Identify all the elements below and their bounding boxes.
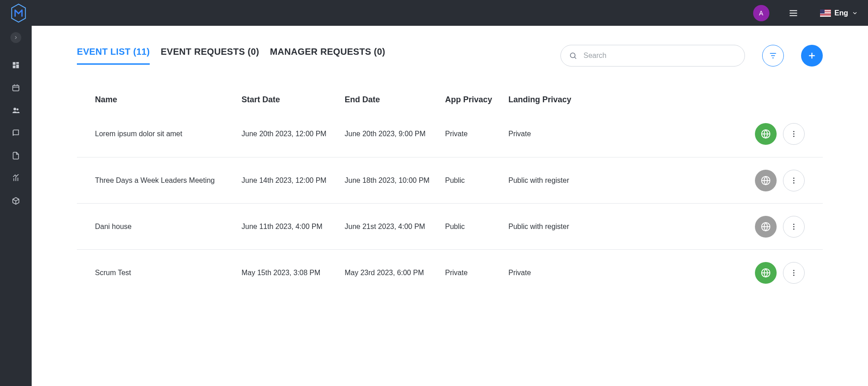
tabs-row: EVENT LIST (11) EVENT REQUESTS (0) MANAG… <box>77 45 823 67</box>
cell-landing-privacy: Private <box>508 130 608 138</box>
cell-end-date: May 23rd 2023, 6:00 PM <box>345 269 445 277</box>
svg-point-39 <box>793 226 795 227</box>
table-row[interactable]: Three Days a Week Leaders MeetingJune 14… <box>77 157 823 203</box>
avatar-initial: A <box>759 10 763 17</box>
sidebar-item-dashboard[interactable] <box>0 54 32 76</box>
col-name: Name <box>95 95 242 105</box>
svg-point-40 <box>793 228 795 229</box>
svg-point-33 <box>793 177 795 179</box>
svg-rect-6 <box>16 65 19 68</box>
chevron-right-icon <box>13 35 19 40</box>
search-input[interactable] <box>583 52 736 60</box>
svg-point-44 <box>793 272 795 273</box>
cell-app-privacy: Public <box>445 223 508 231</box>
cell-app-privacy: Public <box>445 176 508 185</box>
sidebar-item-analytics[interactable] <box>0 167 32 190</box>
language-switcher[interactable]: Eng <box>820 9 858 17</box>
col-landing-privacy: Landing Privacy <box>508 95 608 105</box>
svg-rect-5 <box>16 62 19 64</box>
globe-icon <box>761 129 771 139</box>
svg-point-45 <box>793 274 795 276</box>
svg-point-30 <box>793 136 795 137</box>
cell-app-privacy: Private <box>445 269 508 277</box>
globe-icon <box>761 268 771 278</box>
people-icon <box>12 106 20 114</box>
row-globe-button[interactable] <box>755 262 777 284</box>
plus-icon <box>807 51 817 61</box>
svg-point-12 <box>14 108 16 110</box>
sidebar-item-package[interactable] <box>0 190 32 212</box>
search-box[interactable] <box>560 45 745 67</box>
cell-start-date: June 14th 2023, 12:00 PM <box>242 176 345 185</box>
svg-rect-4 <box>13 62 15 65</box>
tab-event-requests[interactable]: EVENT REQUESTS (0) <box>161 47 259 65</box>
book-icon <box>12 129 20 137</box>
bar-chart-icon <box>12 174 20 182</box>
table-row[interactable]: Lorem ipsum dolor sit ametJune 20th 2023… <box>77 111 823 157</box>
svg-point-34 <box>793 180 795 181</box>
sidebar <box>0 26 32 386</box>
language-label: Eng <box>835 9 848 17</box>
tab-manager-requests[interactable]: MANAGER REQUESTS (0) <box>270 47 385 65</box>
row-more-button[interactable] <box>783 216 805 238</box>
col-app-privacy: App Privacy <box>445 95 508 105</box>
row-globe-button[interactable] <box>755 123 777 145</box>
more-vert-icon <box>790 176 798 185</box>
cell-app-privacy: Private <box>445 130 508 138</box>
sidebar-item-people[interactable] <box>0 99 32 122</box>
globe-icon <box>761 176 771 186</box>
svg-point-13 <box>17 109 19 111</box>
flag-us-icon <box>820 10 831 17</box>
cell-name: Scrum Test <box>95 269 242 277</box>
hamburger-menu-icon[interactable] <box>788 8 798 18</box>
row-globe-button[interactable] <box>755 216 777 238</box>
cell-name: Dani house <box>95 223 242 231</box>
tab-event-list[interactable]: EVENT LIST (11) <box>77 47 150 65</box>
col-start-date: Start Date <box>242 95 345 105</box>
globe-icon <box>761 222 771 232</box>
svg-rect-8 <box>13 86 19 91</box>
svg-line-20 <box>574 57 576 58</box>
row-actions <box>608 262 805 284</box>
dashboard-icon <box>12 61 20 69</box>
app-logo[interactable] <box>10 3 27 23</box>
row-more-button[interactable] <box>783 262 805 284</box>
sidebar-item-calendar[interactable] <box>0 76 32 99</box>
row-more-button[interactable] <box>783 123 805 145</box>
svg-point-29 <box>793 133 795 135</box>
svg-point-38 <box>793 224 795 225</box>
calendar-icon <box>12 84 20 92</box>
row-actions <box>608 170 805 191</box>
col-end-date: End Date <box>345 95 445 105</box>
filter-button[interactable] <box>762 45 784 67</box>
table-row[interactable]: Dani houseJune 11th 2023, 4:00 PMJune 21… <box>77 203 823 249</box>
table-row[interactable]: Scrum TestMay 15th 2023, 3:08 PMMay 23rd… <box>77 249 823 295</box>
sidebar-expand-button[interactable] <box>10 32 21 43</box>
cell-end-date: June 20th 2023, 9:00 PM <box>345 130 445 138</box>
box-icon <box>12 197 20 205</box>
cell-end-date: June 18th 2023, 10:00 PM <box>345 176 445 185</box>
cell-start-date: June 11th 2023, 4:00 PM <box>242 223 345 231</box>
cell-name: Lorem ipsum dolor sit amet <box>95 130 242 138</box>
row-more-button[interactable] <box>783 170 805 191</box>
filter-icon <box>768 51 778 60</box>
row-actions <box>608 123 805 145</box>
row-globe-button[interactable] <box>755 170 777 191</box>
cell-landing-privacy: Private <box>508 269 608 277</box>
cell-landing-privacy: Public with register <box>508 176 608 185</box>
topbar: A Eng <box>0 0 868 26</box>
search-icon <box>569 52 577 60</box>
chevron-down-icon <box>852 10 858 16</box>
more-vert-icon <box>790 130 798 138</box>
cell-name: Three Days a Week Leaders Meeting <box>95 176 242 185</box>
row-actions <box>608 216 805 238</box>
cell-end-date: June 21st 2023, 4:00 PM <box>345 223 445 231</box>
add-event-button[interactable] <box>801 45 823 67</box>
table-header-row: Name Start Date End Date App Privacy Lan… <box>77 88 823 111</box>
svg-rect-7 <box>13 66 15 68</box>
user-avatar[interactable]: A <box>753 5 769 21</box>
svg-point-35 <box>793 182 795 183</box>
sidebar-item-library[interactable] <box>0 122 32 144</box>
sidebar-item-document[interactable] <box>0 144 32 167</box>
cell-start-date: May 15th 2023, 3:08 PM <box>242 269 345 277</box>
